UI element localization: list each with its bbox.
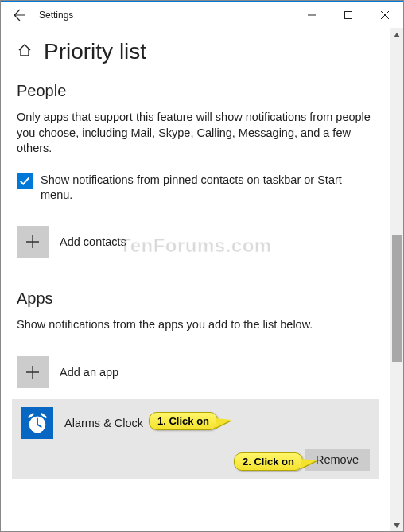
page-header: Priority list <box>17 39 375 64</box>
back-arrow-icon <box>14 9 26 21</box>
people-description: Only apps that support this feature will… <box>17 110 375 157</box>
app-list-item[interactable]: Alarms & Clock 1. Click on Remove 2. Cli… <box>12 399 379 479</box>
apps-section: Apps Show notifications from the apps yo… <box>17 289 375 480</box>
plus-icon <box>17 356 49 388</box>
add-app-row[interactable]: Add an app <box>17 356 375 388</box>
add-contacts-label: Add contacts <box>60 235 126 248</box>
home-icon[interactable] <box>17 42 33 62</box>
close-icon <box>381 11 389 19</box>
svg-rect-0 <box>345 12 352 19</box>
annotation-callout-2: 2. Click on <box>234 452 303 471</box>
window-title: Settings <box>39 10 73 21</box>
annotation-text: 2. Click on <box>243 456 294 468</box>
close-button[interactable] <box>367 2 403 28</box>
add-app-label: Add an app <box>60 366 118 379</box>
back-button[interactable] <box>1 2 39 28</box>
add-contacts-row[interactable]: Add contacts <box>17 226 375 258</box>
app-name-label: Alarms & Clock <box>64 417 143 429</box>
checkbox-label: Show notifications from pinned contacts … <box>41 173 375 204</box>
annotation-callout-1: 1. Click on <box>149 412 218 430</box>
people-heading: People <box>17 82 375 100</box>
titlebar: Settings <box>1 2 403 28</box>
plus-icon <box>17 226 49 258</box>
scroll-down-arrow-icon[interactable] <box>390 518 403 532</box>
minimize-button[interactable] <box>293 2 330 28</box>
settings-content: Priority list People Only apps that supp… <box>1 28 390 532</box>
apps-heading: Apps <box>17 289 375 308</box>
page-title: Priority list <box>44 39 146 64</box>
maximize-button[interactable] <box>330 2 367 28</box>
scroll-thumb[interactable] <box>392 235 402 362</box>
vertical-scrollbar[interactable] <box>390 28 403 532</box>
minimize-icon <box>308 11 316 19</box>
apps-description: Show notifications from the apps you add… <box>17 317 375 333</box>
maximize-icon <box>344 11 352 19</box>
alarms-clock-icon <box>21 407 53 439</box>
checkbox-checked-icon <box>17 173 33 189</box>
people-section: People Only apps that support this featu… <box>17 82 375 258</box>
annotation-text: 1. Click on <box>157 415 209 427</box>
scroll-up-arrow-icon[interactable] <box>390 28 403 42</box>
pinned-contacts-checkbox-row[interactable]: Show notifications from pinned contacts … <box>17 173 375 204</box>
